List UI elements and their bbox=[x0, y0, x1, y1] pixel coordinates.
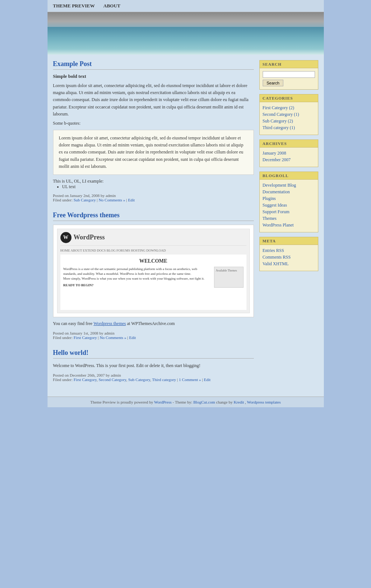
post-divider bbox=[53, 69, 254, 70]
meta-link-1[interactable]: Comments RSS bbox=[263, 255, 315, 260]
post-title-example[interactable]: Example Post bbox=[53, 60, 92, 68]
meta-link-0[interactable]: Entries RSS bbox=[263, 248, 315, 253]
post-3-comments[interactable]: 1 Comment » bbox=[179, 377, 201, 382]
post-3-date: Posted on December 26th, 2007 by admin bbox=[53, 373, 121, 377]
archives-widget: ARCHIVES January 2008 December 2007 bbox=[259, 139, 318, 167]
post-title-free-wp[interactable]: Free Wordpress themes bbox=[53, 211, 120, 219]
post-2-category[interactable]: First Category bbox=[74, 335, 97, 340]
blogroll-link-4[interactable]: Support Forum bbox=[263, 209, 315, 215]
search-widget-content: Search bbox=[260, 68, 318, 89]
post-edit-link[interactable]: Edit bbox=[128, 198, 134, 202]
categories-widget: CATEGORIES First Category (2) Second Cat… bbox=[259, 94, 318, 135]
post-meta-2: Posted on January 1st, 2008 by admin Fil… bbox=[53, 331, 254, 340]
banner-water bbox=[48, 27, 324, 55]
nav-about[interactable]: ABOUT bbox=[104, 3, 120, 8]
cat-link-3[interactable]: Third category (1) bbox=[263, 125, 315, 131]
wp-screenshot-inner: W WordPress HOME ABOUT EXTEND DOCS BLOG … bbox=[57, 229, 250, 313]
post-body-text: Lorem ipsum dolor sit amet, consectetur … bbox=[53, 82, 254, 118]
wp-nav-bar: HOME ABOUT EXTEND DOCS BLOG FORUMS HOSTI… bbox=[60, 249, 246, 252]
post-3-cat-2[interactable]: Second Category bbox=[99, 377, 126, 382]
wp-logo-text: WordPress bbox=[74, 234, 105, 241]
search-input[interactable] bbox=[263, 71, 315, 78]
post-2-body: You can easy find free Wordpress themes … bbox=[53, 320, 254, 327]
wp-logo-char: W bbox=[63, 235, 69, 241]
archives-content: January 2008 December 2007 bbox=[260, 148, 318, 167]
meta-link-2[interactable]: Valid XHTML bbox=[263, 261, 315, 267]
sidebar: SEARCH Search CATEGORIES First Category … bbox=[259, 60, 318, 276]
content-area: Example Post Simple bold text Lorem ipsu… bbox=[53, 60, 254, 391]
main-container: Example Post Simple bold text Lorem ipsu… bbox=[48, 55, 324, 397]
post-2-text: You can easy find free Wordpress themes … bbox=[53, 320, 254, 327]
wp-logo: W WordPress bbox=[60, 232, 246, 246]
archives-title: ARCHIVES bbox=[260, 140, 318, 148]
blogroll-title: BLOGROLL bbox=[260, 172, 318, 180]
blogroll-link-0[interactable]: Development Blog bbox=[263, 183, 315, 188]
post-date: Posted on January 2nd, 2008 by admin bbox=[53, 193, 116, 198]
post-2-comments[interactable]: No Comments » bbox=[100, 335, 126, 340]
footer-templates-link[interactable]: Wordpress templates bbox=[247, 400, 281, 404]
ul-item: UL text bbox=[62, 184, 254, 190]
wp-screenshot: W WordPress HOME ABOUT EXTEND DOCS BLOG … bbox=[53, 225, 254, 317]
post-divider-2 bbox=[53, 221, 254, 221]
footer: Theme Preview is proudly powered by Word… bbox=[48, 397, 324, 407]
post-2-filed: Filed under: bbox=[53, 335, 73, 340]
post-3-cat-4[interactable]: Third category bbox=[152, 377, 176, 382]
categories-content: First Category (2) Second Category (1) S… bbox=[260, 102, 318, 135]
archive-link-0[interactable]: January 2008 bbox=[263, 151, 315, 156]
some-b-quotes-label: Some b-quotes: bbox=[53, 121, 254, 126]
post-title-hello[interactable]: Hello world! bbox=[53, 349, 89, 356]
post-comments-link[interactable]: No Comments » bbox=[99, 198, 125, 202]
post-divider-3 bbox=[53, 358, 254, 359]
archive-link-1[interactable]: December 2007 bbox=[263, 157, 315, 163]
nav-theme-preview[interactable]: THEME PREVIEW bbox=[53, 3, 95, 8]
post-meta-3: Posted on December 26th, 2007 by admin F… bbox=[53, 373, 254, 382]
footer-wp-link[interactable]: WordPress bbox=[154, 400, 171, 404]
footer-theme-by: - Theme by: bbox=[172, 400, 192, 404]
wp-content-area: WELCOME WordPress is a state-of-the-art … bbox=[60, 255, 246, 310]
blogroll-widget: BLOGROLL Development Blog Documentation … bbox=[259, 172, 318, 232]
footer-theme-link[interactable]: BlogCut.com bbox=[193, 400, 215, 404]
post-2-date: Posted on January 1st, 2008 by admin bbox=[53, 331, 115, 335]
cat-link-0[interactable]: First Category (2) bbox=[263, 105, 315, 111]
post-bold-text: Simple bold text bbox=[53, 73, 254, 79]
wp-welcome-title: WELCOME bbox=[63, 257, 244, 265]
wp-ready-title: READY TO BEGIN? bbox=[63, 283, 211, 288]
post-meta-example: Posted on January 2nd, 2008 by admin Fil… bbox=[53, 193, 254, 202]
cat-link-2[interactable]: Sub Category (2) bbox=[263, 118, 315, 124]
post-3-cat-3[interactable]: Sub Category bbox=[128, 377, 150, 382]
blogroll-link-6[interactable]: WordPress Planet bbox=[263, 222, 315, 228]
search-widget-title: SEARCH bbox=[260, 60, 318, 68]
blockquote: Lorem ipsum dolor sit amet, consectetur … bbox=[53, 130, 254, 175]
footer-separator: , bbox=[245, 400, 246, 404]
wp-intro-text: WordPress is a state-of-the-art semantic… bbox=[63, 267, 211, 276]
footer-change-by: change by bbox=[216, 400, 233, 404]
post-3-cat-1[interactable]: First Category bbox=[74, 377, 97, 382]
meta-title: META bbox=[260, 237, 318, 245]
list-section-label: This is UL, OL, LI example: bbox=[53, 179, 254, 184]
wp-intro: WordPress is a state-of-the-art semantic… bbox=[63, 267, 211, 287]
blogroll-link-5[interactable]: Themes bbox=[263, 216, 315, 221]
categories-title: CATEGORIES bbox=[260, 94, 318, 102]
meta-widget: META Entries RSS Comments RSS Valid XHTM… bbox=[259, 237, 318, 271]
wp-sidebar-placeholder: Available Themes bbox=[214, 267, 244, 287]
post-3-filed: Filed under: bbox=[53, 377, 73, 382]
post-example-post: Example Post Simple bold text Lorem ipsu… bbox=[53, 60, 254, 202]
header-nav: THEME PREVIEW ABOUT bbox=[48, 0, 324, 12]
wordpress-themes-link[interactable]: Wordpress themes bbox=[94, 321, 126, 326]
post-3-edit[interactable]: Edit bbox=[204, 377, 210, 382]
search-button[interactable]: Search bbox=[263, 80, 284, 86]
wp-more-text: More simply, WordPress is what you use w… bbox=[63, 276, 211, 281]
meta-content: Entries RSS Comments RSS Valid XHTML bbox=[260, 245, 318, 271]
blogroll-link-3[interactable]: Suggest Ideas bbox=[263, 203, 315, 208]
post-3-body: Welcome to WordPress. This is your first… bbox=[53, 362, 254, 369]
blogroll-link-2[interactable]: Plugins bbox=[263, 196, 315, 201]
footer-kredit-link[interactable]: Kredit bbox=[234, 400, 244, 404]
list-section: This is UL, OL, LI example: UL text bbox=[53, 179, 254, 190]
banner bbox=[48, 12, 324, 55]
cat-link-1[interactable]: Second Category (1) bbox=[263, 112, 315, 117]
post-2-edit[interactable]: Edit bbox=[129, 335, 136, 340]
blogroll-link-1[interactable]: Documentation bbox=[263, 189, 315, 195]
post-filed-label: Filed under: bbox=[53, 198, 73, 202]
post-hello-world: Hello world! Welcome to WordPress. This … bbox=[53, 349, 254, 382]
post-category-link[interactable]: Sub Category bbox=[74, 198, 96, 202]
